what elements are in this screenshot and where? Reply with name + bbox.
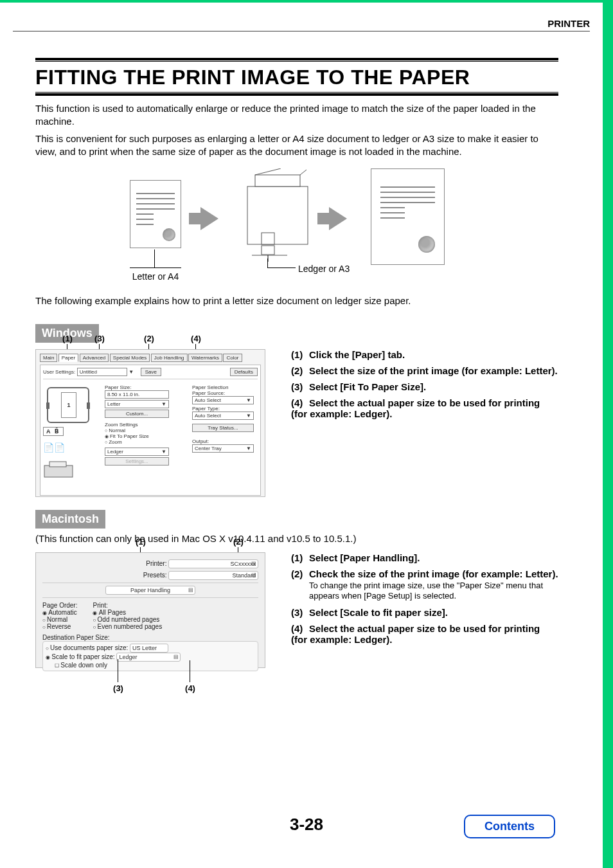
tab-watermarks[interactable]: Watermarks (188, 354, 222, 362)
title-rule-top (35, 58, 558, 62)
printer-label: Printer: (130, 560, 166, 567)
arrow-icon (200, 207, 218, 230)
tab-color[interactable]: Color (223, 354, 242, 362)
caption-right: Ledger or A3 (298, 264, 375, 274)
pages-icon: 📄📄 (43, 442, 101, 453)
custom-button[interactable]: Custom... (105, 410, 169, 418)
check-scale-down[interactable]: Scale down only (55, 662, 107, 669)
output-label: Output: (192, 439, 259, 444)
tab-job[interactable]: Job Handling (151, 354, 188, 362)
svg-rect-5 (262, 246, 274, 255)
step-num: (4) (291, 623, 309, 634)
zoom-label: Zoom Settings (105, 422, 182, 428)
doc-lines (380, 186, 436, 222)
header-rule (13, 31, 590, 32)
user-settings-label: User Settings: (43, 369, 75, 375)
paper-type-select[interactable]: Auto Select▼ (192, 411, 254, 420)
save-button[interactable]: Save (141, 368, 161, 376)
arrow-icon (329, 207, 347, 230)
side-accent (603, 0, 613, 868)
orientation-toggle[interactable]: A B̂ (43, 427, 64, 436)
step-text: Check the size of the print image (for e… (309, 568, 558, 579)
tree-icon (418, 236, 435, 253)
caption-line (267, 267, 296, 268)
paper-type-label: Paper Type: (192, 406, 259, 411)
step-num: (2) (291, 365, 309, 376)
tab-special[interactable]: Special Modes (110, 354, 150, 362)
caption-line (154, 249, 155, 267)
contents-button[interactable]: Contents (464, 815, 555, 838)
step-text: Select [Paper Handling]. (309, 552, 420, 563)
concept-diagram: Letter or A4 Ledger or A3 (130, 168, 464, 271)
tab-advanced[interactable]: Advanced (80, 354, 109, 362)
doc-lines (136, 193, 174, 229)
caption-line (267, 258, 268, 267)
section-macintosh: Macintosh (35, 510, 105, 529)
tab-main[interactable]: Main (40, 354, 57, 362)
radio-normal[interactable]: Normal (42, 616, 77, 623)
radio-scale[interactable]: Scale to fit paper size: (46, 653, 115, 660)
svg-line-3 (300, 170, 306, 175)
preview-box: 1 (47, 387, 89, 423)
output-select[interactable]: Center Tray▼ (192, 444, 254, 453)
radio-normal[interactable]: Normal (105, 428, 182, 433)
step-num: (1) (291, 552, 309, 563)
tree-icon (163, 228, 175, 241)
step-text: Select the size of the print image (for … (309, 365, 558, 376)
caption-left: Letter or A4 (130, 271, 181, 282)
svg-rect-9 (49, 462, 66, 467)
callout-1: (1) (133, 537, 148, 547)
radio-zoom[interactable]: Zoom (105, 439, 182, 445)
svg-line-2 (255, 168, 281, 175)
printer-mini-icon (43, 460, 101, 481)
mac-note: (This function can only be used in Mac O… (35, 532, 558, 545)
step-num: (1) (291, 349, 309, 360)
radio-use-doc[interactable]: Use documents paper size: (46, 644, 128, 651)
tray-status-button[interactable]: Tray Status... (192, 424, 254, 432)
page-header: PRINTER (0, 0, 613, 31)
svg-rect-4 (262, 233, 274, 244)
step-text: Select the actual paper size to be used … (291, 397, 540, 419)
step-text: Click the [Paper] tab. (309, 349, 405, 360)
use-doc-value: US Letter (130, 644, 168, 653)
defaults-button[interactable]: Defaults (230, 368, 258, 376)
paper-source-select[interactable]: Auto Select▼ (192, 396, 254, 404)
radio-all[interactable]: All Pages (93, 609, 162, 616)
paper-size-label: Paper Size: (105, 384, 182, 390)
svg-rect-0 (247, 186, 308, 244)
printer-icon (242, 168, 313, 262)
paper-source-label: Paper Source: (192, 390, 259, 396)
step-text: Select [Scale to fit paper size]. (309, 607, 448, 618)
dest-label: Destination Paper Size: (42, 634, 258, 641)
pane-select[interactable]: Paper Handling▤ (105, 586, 195, 595)
tab-paper[interactable]: Paper (58, 354, 78, 362)
settings-button[interactable]: Settings... (105, 457, 169, 466)
header-accent (0, 0, 603, 3)
radio-even[interactable]: Even numbered pages (93, 623, 162, 630)
doc-small (130, 180, 181, 248)
intro-2: This is convenient for such purposes as … (35, 132, 558, 159)
user-settings-select[interactable]: Untitled (77, 368, 127, 376)
radio-odd[interactable]: Odd numbered pages (93, 616, 162, 623)
step-num: (4) (291, 397, 309, 408)
size-inches: 8.50 x 11.0 in. (105, 390, 169, 399)
radio-fit[interactable]: Fit To Paper Size (105, 433, 182, 439)
step-num: (3) (291, 607, 309, 618)
callout-4: (4) (188, 334, 204, 343)
printer-select[interactable]: SCxxxxxx▤ (168, 559, 258, 568)
windows-steps: (1)Click the [Paper] tab. (2)Select the … (291, 349, 558, 424)
svg-rect-1 (255, 175, 300, 186)
callout-2: (2) (231, 537, 246, 547)
step-subtext: To change the print image size, use the … (309, 581, 558, 602)
step-num: (2) (291, 568, 309, 579)
scale-select[interactable]: Ledger▤ (116, 653, 181, 662)
preview-page: 1 (61, 392, 76, 418)
radio-reverse[interactable]: Reverse (42, 623, 77, 630)
radio-automatic[interactable]: Automatic (42, 609, 77, 616)
callout-1: (1) (60, 334, 75, 343)
svg-rect-8 (44, 466, 73, 477)
presets-select[interactable]: Standard▤ (168, 571, 258, 580)
fit-select[interactable]: Ledger ▼ (105, 448, 169, 456)
section-name: PRINTER (547, 18, 590, 29)
size-select[interactable]: Letter ▼ (105, 400, 169, 408)
